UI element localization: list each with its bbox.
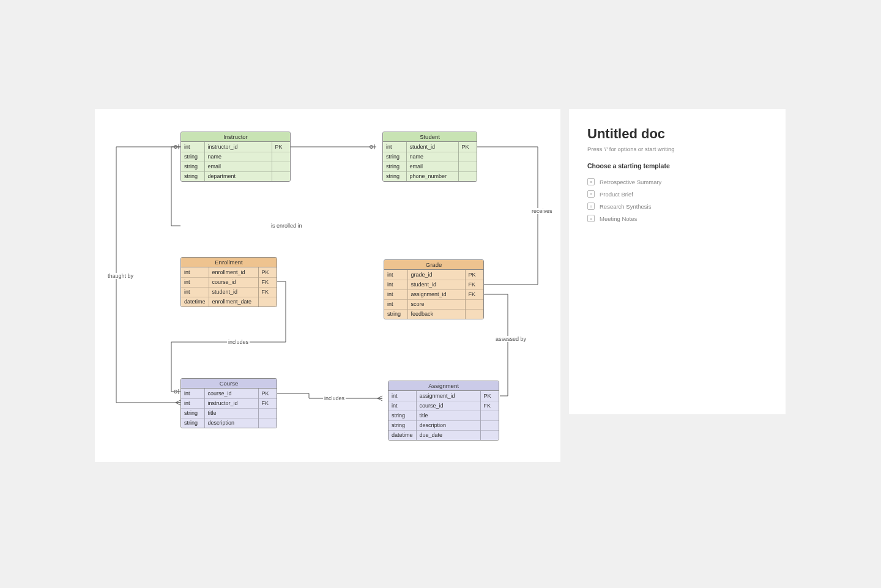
template-meeting-notes[interactable]: ≡ Meeting Notes (587, 212, 767, 225)
templates-heading: Choose a starting template (587, 162, 767, 169)
entity-title: Course (181, 379, 277, 389)
template-product-brief[interactable]: ≡ Product Brief (587, 188, 767, 200)
entity-table: intassignment_idPK intcourse_idFK string… (388, 391, 499, 440)
doc-icon: ≡ (587, 203, 595, 210)
rel-label-receives: receives (530, 208, 554, 214)
entity-table: intinstructor_idPK stringname stringemai… (181, 142, 290, 181)
rel-label-includes-2: includes (323, 395, 346, 401)
doc-hint: Press '/' for options or start writing (587, 146, 767, 152)
entity-title: Instructor (181, 132, 290, 142)
rel-label-includes-1: includes (227, 339, 250, 345)
template-retrospective-summary[interactable]: ≡ Retrospective Summary (587, 176, 767, 188)
entity-title: Assignment (388, 381, 499, 391)
entity-title: Grade (384, 260, 483, 270)
template-label: Retrospective Summary (600, 179, 661, 185)
doc-icon: ≡ (587, 178, 595, 185)
rel-label-taught-by: thaught by (106, 273, 135, 279)
entity-table: intstudent_idPK stringname stringemail s… (383, 142, 477, 181)
template-label: Meeting Notes (600, 215, 637, 222)
rel-label-is-enrolled-in: is enrolled in (270, 223, 303, 229)
side-doc-panel: Untitled doc Press '/' for options or st… (569, 109, 786, 414)
entity-enrollment[interactable]: Enrollment intenrollment_idPK intcourse_… (180, 257, 277, 307)
template-research-synthesis[interactable]: ≡ Research Synthesis (587, 200, 767, 212)
entity-student[interactable]: Student intstudent_idPK stringname strin… (382, 132, 477, 182)
entity-title: Student (383, 132, 477, 142)
entity-table: intgrade_idPK intstudent_idFK intassignm… (384, 270, 483, 319)
entity-course[interactable]: Course intcourse_idPK intinstructor_idFK… (180, 378, 277, 428)
rel-label-assessed-by: assessed by (494, 336, 527, 342)
doc-icon: ≡ (587, 190, 595, 198)
diagram-canvas[interactable]: thaught by is enrolled in receives inclu… (95, 109, 560, 462)
entity-table: intcourse_idPK intinstructor_idFK string… (181, 389, 277, 428)
entity-instructor[interactable]: Instructor intinstructor_idPK stringname… (180, 132, 291, 182)
entity-assignment[interactable]: Assignment intassignment_idPK intcourse_… (388, 381, 499, 441)
doc-title[interactable]: Untitled doc (587, 126, 767, 142)
entity-table: intenrollment_idPK intcourse_idFK intstu… (181, 267, 277, 307)
doc-icon: ≡ (587, 215, 595, 222)
entity-grade[interactable]: Grade intgrade_idPK intstudent_idFK inta… (384, 259, 484, 319)
template-label: Product Brief (600, 191, 633, 198)
entity-title: Enrollment (181, 258, 277, 267)
template-label: Research Synthesis (600, 203, 651, 210)
